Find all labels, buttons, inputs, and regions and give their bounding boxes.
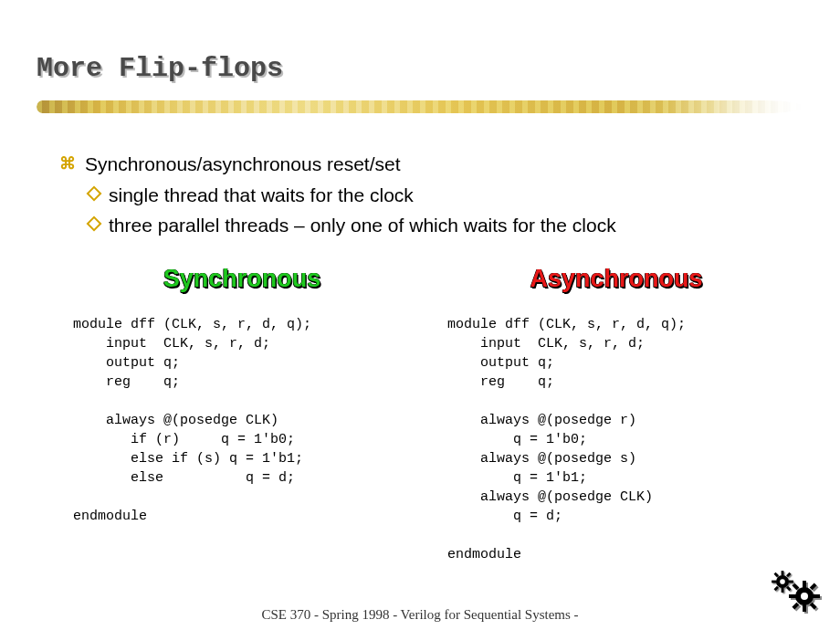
- code-columns: Synchronous module dff (CLK, s, r, d, q)…: [73, 265, 785, 564]
- bullet-text: single thread that waits for the clock: [109, 182, 414, 209]
- svg-rect-17: [774, 586, 779, 591]
- gears-icon: [765, 570, 824, 614]
- bullet-icon-box: [87, 186, 102, 202]
- svg-rect-14: [788, 581, 793, 583]
- svg-rect-4: [813, 594, 820, 598]
- async-column: Asynchronous module dff (CLK, s, r, d, q…: [447, 265, 785, 564]
- svg-rect-12: [782, 587, 784, 593]
- async-code: module dff (CLK, s, r, d, q); input CLK,…: [447, 315, 785, 564]
- svg-rect-15: [774, 572, 779, 577]
- bullet-text: three parallel threads – only one of whi…: [109, 212, 616, 239]
- svg-rect-6: [810, 583, 817, 590]
- svg-rect-7: [792, 603, 799, 610]
- bullet-level2: three parallel threads – only one of whi…: [89, 212, 790, 239]
- svg-rect-3: [789, 594, 796, 598]
- bullet-icon-z: ⌘: [59, 151, 74, 176]
- svg-rect-18: [786, 586, 791, 591]
- sync-code: module dff (CLK, s, r, d, q); input CLK,…: [73, 315, 411, 526]
- bullet-text: Synchronous/asynchronous reset/set: [85, 151, 401, 178]
- brush-divider: [37, 100, 803, 113]
- gear-small-icon: [772, 571, 793, 593]
- svg-point-19: [780, 579, 785, 584]
- bullet-list: ⌘ Synchronous/asynchronous reset/set sin…: [59, 151, 790, 241]
- sync-heading: Synchronous: [73, 265, 411, 293]
- slide-title: More Flip-flops: [37, 53, 283, 84]
- svg-rect-16: [786, 572, 791, 577]
- bullet-level2: single thread that waits for the clock: [89, 182, 790, 209]
- bullet-level1: ⌘ Synchronous/asynchronous reset/set: [59, 151, 790, 178]
- gear-big-icon: [789, 581, 820, 612]
- slide-footer: CSE 370 - Spring 1998 - Verilog for Sequ…: [0, 607, 840, 623]
- svg-rect-13: [772, 581, 777, 583]
- bullet-icon-box: [87, 215, 102, 231]
- async-heading: Asynchronous: [447, 265, 785, 293]
- svg-rect-11: [782, 571, 784, 576]
- sync-column: Synchronous module dff (CLK, s, r, d, q)…: [73, 265, 411, 564]
- svg-rect-2: [803, 604, 806, 612]
- svg-point-9: [801, 593, 808, 600]
- svg-rect-1: [803, 581, 806, 588]
- svg-rect-8: [810, 603, 817, 610]
